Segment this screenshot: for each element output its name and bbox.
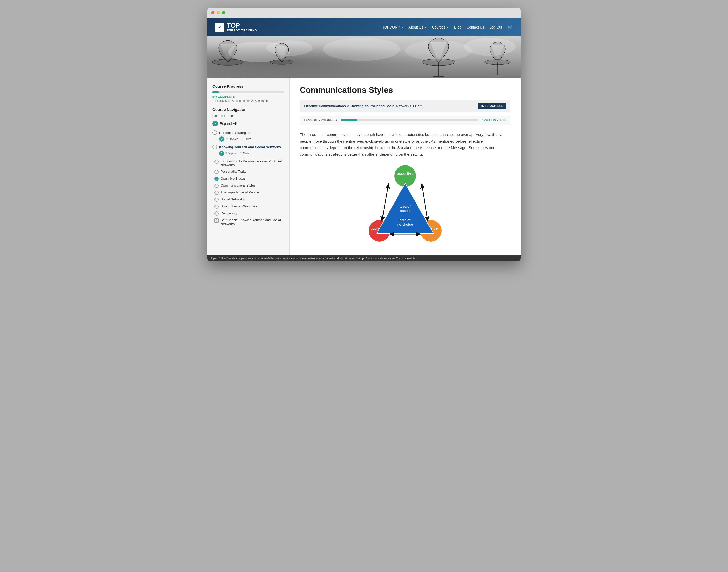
course-progress-bar-fill xyxy=(213,91,219,93)
topic-status-icon xyxy=(215,211,219,216)
rhetorical-meta-badge: ✓ xyxy=(219,136,224,142)
lesson-progress-bar-container xyxy=(341,120,478,121)
nav-section-rhetorical: Rhetorical Strategies ✓ 11 Topics 1 Quiz xyxy=(213,130,284,142)
svg-point-1 xyxy=(266,40,313,56)
topic-status-icon xyxy=(215,191,219,195)
svg-text:choice: choice xyxy=(400,209,410,213)
cart-icon[interactable]: 🛒 xyxy=(507,24,513,30)
nav-topcorp[interactable]: TOPCORP ▼ xyxy=(382,25,403,29)
knowing-section-meta: ^ 8 Topics 1 Quiz xyxy=(219,151,284,156)
course-progress-title: Course Progress xyxy=(213,84,284,88)
nav-section-knowing-header[interactable]: Knowing Yourself and Social Networks xyxy=(213,145,284,149)
section-circle-icon xyxy=(213,130,217,135)
topic-item[interactable]: ✓ Cognitive Biases xyxy=(215,175,284,182)
courses-dropdown-arrow: ▼ xyxy=(447,26,449,29)
topic-item[interactable]: Communications Styles xyxy=(215,182,284,189)
svg-point-4 xyxy=(464,38,515,56)
in-progress-badge: IN PROGRESS xyxy=(478,103,506,109)
topic-status-icon xyxy=(215,205,219,209)
nav-blog[interactable]: Blog xyxy=(454,25,461,29)
svg-point-3 xyxy=(405,40,472,61)
diagram-container: assertive aggressive passive area of cho… xyxy=(300,165,510,247)
rhetorical-section-name: Rhetorical Strategies xyxy=(219,131,250,135)
logo-top-text: TOP xyxy=(227,22,257,29)
course-progress-label: 9% COMPLETE xyxy=(213,95,284,99)
course-home-link[interactable]: Course Home xyxy=(213,114,284,118)
about-dropdown-arrow: ▼ xyxy=(424,26,427,29)
main-content: Course Progress 9% COMPLETE Last activit… xyxy=(207,78,521,255)
logo-icon: ✓ xyxy=(215,23,224,32)
topics-list: Introduction to Knowing Yourself & Socia… xyxy=(215,158,284,227)
main-nav: TOPCORP ▼ About Us ▼ Courses ▼ Blog Cont… xyxy=(382,24,513,30)
lesson-body-text: The three main communications styles eac… xyxy=(300,131,510,157)
svg-point-2 xyxy=(323,38,400,61)
topic-status-icon xyxy=(215,159,219,164)
course-progress-date: Last activity on September 19, 2022 9:10… xyxy=(213,99,284,102)
lesson-progress-bar-fill xyxy=(341,120,357,121)
quiz-icon: ? xyxy=(215,218,219,222)
topcorp-dropdown-arrow: ▼ xyxy=(401,26,403,29)
course-nav-title: Course Navigation xyxy=(213,108,284,112)
topic-status-icon xyxy=(215,170,219,174)
topic-item[interactable]: The Importance of People xyxy=(215,189,284,196)
breadcrumb-bar: Effective Communications < Knowing Yours… xyxy=(300,100,510,112)
topic-status-icon xyxy=(215,198,219,202)
maximize-button[interactable] xyxy=(222,11,225,14)
topic-item[interactable]: Social Networks xyxy=(215,196,284,203)
lesson-area: Communications Styles Effective Communic… xyxy=(290,78,521,255)
topic-item[interactable]: Personality Traits xyxy=(215,168,284,175)
rhetorical-section-meta: ✓ 11 Topics 1 Quiz xyxy=(219,136,284,142)
hero-satellite-illustration xyxy=(207,37,521,78)
lesson-progress-label: LESSON PROGRESS xyxy=(304,119,337,122)
lesson-title: Communications Styles xyxy=(300,85,510,95)
topic-completed-icon: ✓ xyxy=(215,177,219,181)
topic-item[interactable]: ? Self Check: Knowing Yourself and Socia… xyxy=(215,217,284,227)
lesson-progress-row: LESSON PROGRESS 12% COMPLETE xyxy=(300,116,510,125)
browser-window: ✓ TOP ENERGY TRAINING TOPCORP ▼ About Us… xyxy=(207,8,521,261)
site-header: ✓ TOP ENERGY TRAINING TOPCORP ▼ About Us… xyxy=(207,18,521,37)
topic-item[interactable]: Strong Ties & Weak Ties xyxy=(215,203,284,210)
nav-courses[interactable]: Courses ▼ xyxy=(432,25,449,29)
expand-all-check-icon: ✓ xyxy=(213,121,218,127)
close-button[interactable] xyxy=(211,11,215,14)
status-bar: Open "https://topdev3.wpengine.com/cours… xyxy=(207,255,521,261)
lesson-progress-pct: 12% COMPLETE xyxy=(482,119,506,122)
nav-section-knowing-yourself: Knowing Yourself and Social Networks ^ 8… xyxy=(213,145,284,227)
svg-text:assertive: assertive xyxy=(397,171,413,176)
svg-text:area of: area of xyxy=(400,205,411,208)
sidebar: Course Progress 9% COMPLETE Last activit… xyxy=(207,78,290,255)
topic-status-icon xyxy=(215,184,219,188)
browser-titlebar xyxy=(207,8,521,18)
status-bar-text: Open "https://topdev3.wpengine.com/cours… xyxy=(211,257,417,260)
topic-item[interactable]: Reciprocity xyxy=(215,210,284,217)
knowing-section-name: Knowing Yourself and Social Networks xyxy=(219,145,281,149)
communications-diagram: assertive aggressive passive area of cho… xyxy=(361,165,449,247)
course-progress-bar-container xyxy=(213,91,284,93)
logo[interactable]: ✓ TOP ENERGY TRAINING xyxy=(215,22,257,32)
hero-banner xyxy=(207,37,521,78)
minimize-button[interactable] xyxy=(217,11,220,14)
nav-contact-us[interactable]: Contact Us xyxy=(467,25,484,29)
breadcrumb: Effective Communications < Knowing Yours… xyxy=(304,104,425,108)
knowing-section-circle-icon xyxy=(213,145,217,149)
nav-log-out[interactable]: Log Out xyxy=(489,25,502,29)
nav-section-rhetorical-header[interactable]: Rhetorical Strategies xyxy=(213,130,284,135)
nav-about-us[interactable]: About Us ▼ xyxy=(408,25,427,29)
svg-text:no choice: no choice xyxy=(397,222,413,226)
svg-text:area of: area of xyxy=(400,218,411,222)
topic-item[interactable]: Introduction to Knowing Yourself & Socia… xyxy=(215,158,284,168)
knowing-meta-badge: ^ xyxy=(219,151,224,156)
logo-sub-text: ENERGY TRAINING xyxy=(227,29,257,32)
expand-all-button[interactable]: ✓ Expand All xyxy=(213,121,237,127)
